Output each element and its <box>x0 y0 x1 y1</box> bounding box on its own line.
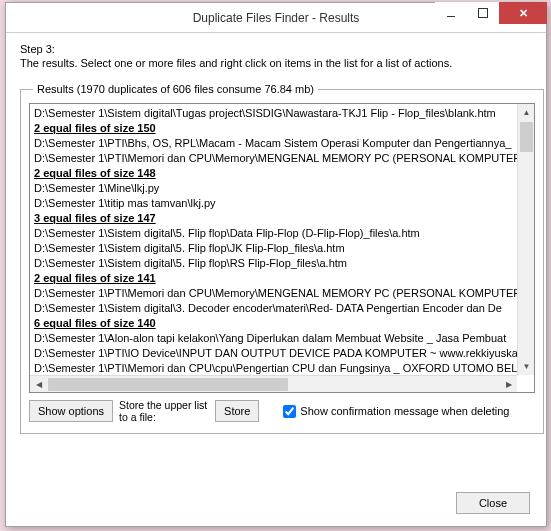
window-controls <box>435 2 547 24</box>
results-window: Duplicate Files Finder - Results Step 3:… <box>5 2 547 527</box>
list-item[interactable]: D:\Semester 1\Sistem digital\5. Flip flo… <box>34 241 517 256</box>
list-item[interactable]: D:\Semester 1\Sistem digital\Tugas proje… <box>34 106 517 121</box>
vertical-scrollbar[interactable]: ▲ ▼ <box>517 104 534 375</box>
results-legend: Results (1970 duplicates of 606 files co… <box>33 83 318 95</box>
list-item[interactable]: D:\Semester 1\Sistem digital\3. Decoder … <box>34 301 517 316</box>
scroll-right-arrow-icon[interactable]: ▶ <box>500 376 517 393</box>
list-item[interactable]: D:\Semester 1\PTI\Memori dan CPU\cpu\Pen… <box>34 361 517 375</box>
confirm-delete-checkbox[interactable] <box>283 405 296 418</box>
list-item[interactable]: D:\Semester 1\Alon-alon tapi kelakon\Yan… <box>34 331 517 346</box>
group-header[interactable]: 2 equal files of size 141 <box>34 271 517 286</box>
group-header[interactable]: 2 equal files of size 148 <box>34 166 517 181</box>
close-button[interactable]: Close <box>456 492 530 514</box>
results-fieldset: Results (1970 duplicates of 606 files co… <box>20 83 544 434</box>
list-item[interactable]: D:\Semester 1\PTI\Bhs, OS, RPL\Macam - M… <box>34 136 517 151</box>
horizontal-scroll-thumb[interactable] <box>48 378 288 391</box>
options-row: Show options Store the upper list to a f… <box>29 399 535 423</box>
show-options-button[interactable]: Show options <box>29 400 113 422</box>
list-item[interactable]: D:\Semester 1\PTI\Memori dan CPU\Memory\… <box>34 151 517 166</box>
confirm-delete-label: Show confirmation message when deleting <box>300 405 509 417</box>
list-item[interactable]: D:\Semester 1\PTI\IO Device\INPUT DAN OU… <box>34 346 517 361</box>
list-item[interactable]: D:\Semester 1\Sistem digital\5. Flip flo… <box>34 226 517 241</box>
list-item[interactable]: D:\Semester 1\Mine\lkj.py <box>34 181 517 196</box>
vertical-scroll-thumb[interactable] <box>520 122 533 152</box>
group-header[interactable]: 6 equal files of size 140 <box>34 316 517 331</box>
scroll-left-arrow-icon[interactable]: ◀ <box>30 376 47 393</box>
group-header[interactable]: 3 equal files of size 147 <box>34 211 517 226</box>
confirm-delete-checkbox-row[interactable]: Show confirmation message when deleting <box>283 405 509 418</box>
list-item[interactable]: D:\Semester 1\PTI\Memori dan CPU\Memory\… <box>34 286 517 301</box>
group-header[interactable]: 2 equal files of size 150 <box>34 121 517 136</box>
step-label: Step 3: <box>20 43 532 55</box>
scroll-up-arrow-icon[interactable]: ▲ <box>518 104 535 121</box>
maximize-button[interactable] <box>467 2 499 24</box>
scroll-down-arrow-icon[interactable]: ▼ <box>518 358 535 375</box>
minimize-button[interactable] <box>435 2 467 24</box>
horizontal-scrollbar[interactable]: ◀ ▶ <box>30 375 517 392</box>
footer: Close <box>456 492 530 514</box>
list-item[interactable]: D:\Semester 1\titip mas tamvan\lkj.py <box>34 196 517 211</box>
results-list[interactable]: D:\Semester 1\Sistem digital\Tugas proje… <box>29 103 535 393</box>
content-area: Step 3: The results. Select one or more … <box>6 33 546 444</box>
step-description: The results. Select one or more files an… <box>20 57 532 69</box>
store-button[interactable]: Store <box>215 400 259 422</box>
store-label: Store the upper list to a file: <box>119 399 209 423</box>
titlebar[interactable]: Duplicate Files Finder - Results <box>6 3 546 33</box>
close-window-button[interactable] <box>499 2 547 24</box>
list-item[interactable]: D:\Semester 1\Sistem digital\5. Flip flo… <box>34 256 517 271</box>
results-list-viewport[interactable]: D:\Semester 1\Sistem digital\Tugas proje… <box>30 104 517 375</box>
